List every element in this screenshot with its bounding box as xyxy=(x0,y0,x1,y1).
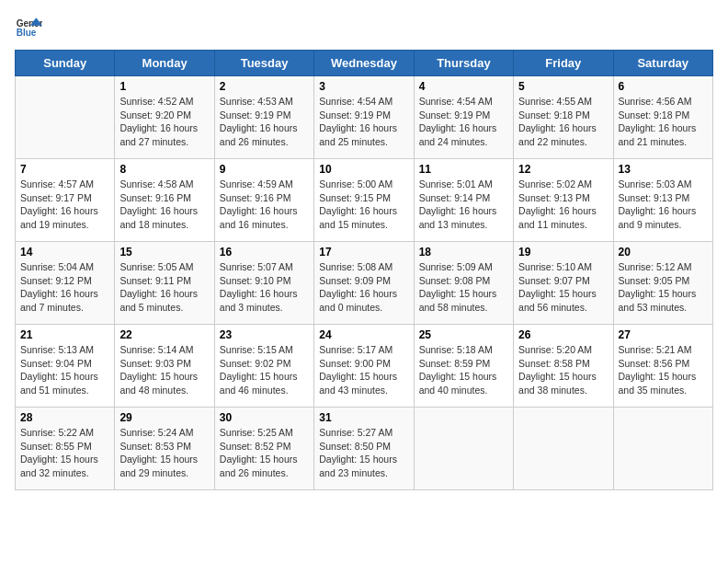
day-number: 10 xyxy=(319,163,408,176)
day-info: Sunrise: 5:21 AMSunset: 8:56 PMDaylight:… xyxy=(619,343,708,397)
day-info: Sunrise: 5:08 AMSunset: 9:09 PMDaylight:… xyxy=(319,260,408,315)
day-cell: 25Sunrise: 5:18 AMSunset: 8:59 PMDayligh… xyxy=(414,325,513,408)
day-header-tuesday: Tuesday xyxy=(214,51,313,76)
day-number: 22 xyxy=(119,328,209,341)
day-cell: 1Sunrise: 4:52 AMSunset: 9:20 PMDaylight… xyxy=(115,76,214,159)
day-cell: 19Sunrise: 5:10 AMSunset: 9:07 PMDayligh… xyxy=(514,242,613,325)
day-cell: 22Sunrise: 5:14 AMSunset: 9:03 PMDayligh… xyxy=(115,325,214,408)
day-number: 29 xyxy=(119,411,209,424)
day-info: Sunrise: 5:04 AMSunset: 9:12 PMDaylight:… xyxy=(20,260,109,315)
day-number: 28 xyxy=(20,411,109,424)
day-number: 9 xyxy=(220,163,309,176)
day-cell: 4Sunrise: 4:54 AMSunset: 9:19 PMDaylight… xyxy=(414,76,513,159)
day-info: Sunrise: 5:18 AMSunset: 8:59 PMDaylight:… xyxy=(419,343,508,397)
day-number: 11 xyxy=(419,163,508,176)
week-row-3: 14Sunrise: 5:04 AMSunset: 9:12 PMDayligh… xyxy=(16,242,713,325)
day-info: Sunrise: 4:57 AMSunset: 9:17 PMDaylight:… xyxy=(20,178,109,232)
day-cell: 9Sunrise: 4:59 AMSunset: 9:16 PMDaylight… xyxy=(214,159,313,242)
day-number: 4 xyxy=(419,80,508,93)
day-header-thursday: Thursday xyxy=(414,51,513,76)
week-row-2: 7Sunrise: 4:57 AMSunset: 9:17 PMDaylight… xyxy=(16,159,713,242)
day-cell: 21Sunrise: 5:13 AMSunset: 9:04 PMDayligh… xyxy=(16,325,115,408)
day-number: 24 xyxy=(319,328,408,341)
day-number: 30 xyxy=(220,411,309,424)
day-cell: 17Sunrise: 5:08 AMSunset: 9:09 PMDayligh… xyxy=(314,242,414,325)
day-info: Sunrise: 5:17 AMSunset: 9:00 PMDaylight:… xyxy=(319,343,408,397)
day-header-saturday: Saturday xyxy=(613,51,712,76)
day-cell xyxy=(514,408,613,490)
day-cell: 2Sunrise: 4:53 AMSunset: 9:19 PMDaylight… xyxy=(214,76,313,159)
day-info: Sunrise: 5:13 AMSunset: 9:04 PMDaylight:… xyxy=(20,343,109,397)
day-cell: 24Sunrise: 5:17 AMSunset: 9:00 PMDayligh… xyxy=(314,325,414,408)
day-number: 21 xyxy=(20,328,109,341)
day-info: Sunrise: 5:12 AMSunset: 9:05 PMDaylight:… xyxy=(619,260,708,315)
day-info: Sunrise: 4:59 AMSunset: 9:16 PMDaylight:… xyxy=(220,178,309,232)
day-info: Sunrise: 4:52 AMSunset: 9:20 PMDaylight:… xyxy=(119,95,209,149)
day-info: Sunrise: 4:54 AMSunset: 9:19 PMDaylight:… xyxy=(419,95,508,149)
day-info: Sunrise: 5:09 AMSunset: 9:08 PMDaylight:… xyxy=(419,260,508,315)
day-cell: 26Sunrise: 5:20 AMSunset: 8:58 PMDayligh… xyxy=(514,325,613,408)
week-row-1: 1Sunrise: 4:52 AMSunset: 9:20 PMDaylight… xyxy=(16,76,713,159)
day-info: Sunrise: 5:27 AMSunset: 8:50 PMDaylight:… xyxy=(319,426,408,480)
day-number: 27 xyxy=(619,328,708,341)
day-number: 23 xyxy=(220,328,309,341)
day-number: 20 xyxy=(619,246,708,259)
day-cell xyxy=(414,408,513,490)
day-info: Sunrise: 5:24 AMSunset: 8:53 PMDaylight:… xyxy=(119,426,209,480)
day-info: Sunrise: 4:55 AMSunset: 9:18 PMDaylight:… xyxy=(518,95,608,149)
day-number: 5 xyxy=(518,80,608,93)
day-info: Sunrise: 5:25 AMSunset: 8:52 PMDaylight:… xyxy=(220,426,309,480)
day-header-wednesday: Wednesday xyxy=(314,51,414,76)
day-cell: 14Sunrise: 5:04 AMSunset: 9:12 PMDayligh… xyxy=(16,242,115,325)
day-info: Sunrise: 5:20 AMSunset: 8:58 PMDaylight:… xyxy=(518,343,608,397)
day-info: Sunrise: 5:05 AMSunset: 9:11 PMDaylight:… xyxy=(119,260,209,315)
day-cell: 30Sunrise: 5:25 AMSunset: 8:52 PMDayligh… xyxy=(214,408,313,490)
svg-text:Blue: Blue xyxy=(17,28,37,38)
day-header-monday: Monday xyxy=(115,51,214,76)
day-info: Sunrise: 5:00 AMSunset: 9:15 PMDaylight:… xyxy=(319,178,408,232)
calendar-header: General Blue xyxy=(15,15,713,42)
day-number: 12 xyxy=(518,163,608,176)
day-cell xyxy=(16,76,115,159)
day-cell: 31Sunrise: 5:27 AMSunset: 8:50 PMDayligh… xyxy=(314,408,414,490)
day-number: 25 xyxy=(419,328,508,341)
day-number: 2 xyxy=(220,80,309,93)
day-cell: 27Sunrise: 5:21 AMSunset: 8:56 PMDayligh… xyxy=(613,325,712,408)
day-cell: 20Sunrise: 5:12 AMSunset: 9:05 PMDayligh… xyxy=(613,242,712,325)
day-cell: 16Sunrise: 5:07 AMSunset: 9:10 PMDayligh… xyxy=(214,242,313,325)
days-header-row: SundayMondayTuesdayWednesdayThursdayFrid… xyxy=(16,51,713,76)
day-cell: 11Sunrise: 5:01 AMSunset: 9:14 PMDayligh… xyxy=(414,159,513,242)
day-info: Sunrise: 5:14 AMSunset: 9:03 PMDaylight:… xyxy=(119,343,209,397)
day-cell: 3Sunrise: 4:54 AMSunset: 9:19 PMDaylight… xyxy=(314,76,414,159)
day-header-friday: Friday xyxy=(514,51,613,76)
logo: General Blue xyxy=(15,15,42,42)
day-number: 17 xyxy=(319,246,408,259)
day-number: 19 xyxy=(518,246,608,259)
calendar-table: SundayMondayTuesdayWednesdayThursdayFrid… xyxy=(15,50,713,490)
day-info: Sunrise: 5:22 AMSunset: 8:55 PMDaylight:… xyxy=(20,426,109,480)
week-row-5: 28Sunrise: 5:22 AMSunset: 8:55 PMDayligh… xyxy=(16,408,713,490)
day-number: 7 xyxy=(20,163,109,176)
day-number: 15 xyxy=(119,246,209,259)
day-number: 6 xyxy=(619,80,708,93)
day-info: Sunrise: 5:10 AMSunset: 9:07 PMDaylight:… xyxy=(518,260,608,315)
day-cell: 29Sunrise: 5:24 AMSunset: 8:53 PMDayligh… xyxy=(115,408,214,490)
day-header-sunday: Sunday xyxy=(16,51,115,76)
day-number: 18 xyxy=(419,246,508,259)
day-cell: 15Sunrise: 5:05 AMSunset: 9:11 PMDayligh… xyxy=(115,242,214,325)
day-info: Sunrise: 4:58 AMSunset: 9:16 PMDaylight:… xyxy=(119,178,209,232)
day-cell: 10Sunrise: 5:00 AMSunset: 9:15 PMDayligh… xyxy=(314,159,414,242)
day-number: 3 xyxy=(319,80,408,93)
day-cell: 6Sunrise: 4:56 AMSunset: 9:18 PMDaylight… xyxy=(613,76,712,159)
day-cell xyxy=(613,408,712,490)
day-info: Sunrise: 5:03 AMSunset: 9:13 PMDaylight:… xyxy=(619,178,708,232)
day-number: 14 xyxy=(20,246,109,259)
day-number: 8 xyxy=(119,163,209,176)
day-info: Sunrise: 5:02 AMSunset: 9:13 PMDaylight:… xyxy=(518,178,608,232)
day-cell: 5Sunrise: 4:55 AMSunset: 9:18 PMDaylight… xyxy=(514,76,613,159)
day-info: Sunrise: 4:56 AMSunset: 9:18 PMDaylight:… xyxy=(619,95,708,149)
day-cell: 28Sunrise: 5:22 AMSunset: 8:55 PMDayligh… xyxy=(16,408,115,490)
logo-icon: General Blue xyxy=(15,15,42,42)
day-cell: 7Sunrise: 4:57 AMSunset: 9:17 PMDaylight… xyxy=(16,159,115,242)
day-number: 1 xyxy=(119,80,209,93)
